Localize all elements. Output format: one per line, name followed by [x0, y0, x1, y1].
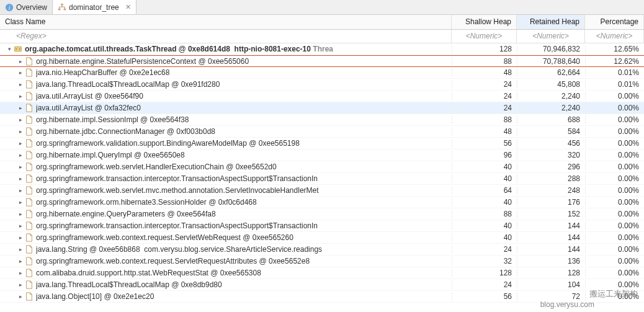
- svg-point-10: [16, 48, 17, 50]
- file-icon: [25, 163, 34, 171]
- table-row[interactable]: ▸org.springframework.web.servlet.Handler…: [0, 161, 644, 173]
- class-name-text: org.springframework.web.servlet.HandlerE…: [36, 163, 277, 171]
- shallow-value: 88: [452, 57, 517, 66]
- expander-icon[interactable]: ▸: [16, 58, 25, 65]
- expander-icon[interactable]: ▸: [16, 246, 25, 252]
- table-row[interactable]: ▸java.lang.ThreadLocal$ThreadLocalMap @ …: [0, 79, 644, 91]
- table-row[interactable]: ▸org.springframework.web.context.request…: [0, 256, 644, 267]
- class-name-text: org.hibernate.impl.SessionImpl @ 0xee564…: [36, 115, 189, 124]
- expander-icon[interactable]: ▸: [16, 105, 25, 111]
- class-name-text: com.alibaba.druid.support.http.stat.WebR…: [36, 269, 261, 277]
- retained-value: 62,664: [517, 68, 585, 77]
- expander-icon[interactable]: ▸: [16, 164, 25, 170]
- expander-icon[interactable]: ▸: [16, 211, 25, 217]
- table-row[interactable]: ▸com.alibaba.druid.support.http.stat.Web…: [0, 267, 644, 279]
- table-header: Class Name Shallow Heap Retained Heap Pe…: [0, 15, 644, 30]
- percent-value: 0.00%: [585, 257, 644, 265]
- table-row[interactable]: ▸org.springframework.web.context.request…: [0, 232, 644, 244]
- shallow-value: 24: [452, 280, 517, 289]
- expander-icon[interactable]: ▸: [16, 93, 25, 99]
- class-name-text: org.hibernate.engine.StatefulPersistence…: [36, 57, 249, 66]
- table-row[interactable]: ▾org.apache.tomcat.util.threads.TaskThre…: [0, 43, 644, 55]
- percent-value: 0.00%: [585, 221, 644, 230]
- class-name-text: org.hibernate.engine.QueryParameters @ 0…: [36, 210, 216, 218]
- percent-value: 0.00%: [585, 174, 644, 183]
- percent-value: 0.00%: [585, 92, 644, 100]
- svg-rect-4: [64, 8, 66, 10]
- retained-value: 70,788,640: [517, 57, 585, 66]
- expander-icon[interactable]: ▸: [16, 258, 25, 264]
- column-header-classname[interactable]: Class Name: [0, 15, 452, 29]
- expander-icon[interactable]: ▸: [16, 187, 25, 194]
- expander-icon[interactable]: ▸: [16, 128, 25, 135]
- expander-icon[interactable]: ▸: [16, 270, 25, 276]
- shallow-value: 48: [452, 68, 517, 77]
- filter-shallow[interactable]: <Numeric>: [452, 30, 517, 43]
- column-header-retained[interactable]: Retained Heap: [517, 15, 585, 29]
- percent-value: 0.00%: [585, 139, 644, 148]
- expander-icon[interactable]: ▸: [16, 81, 25, 87]
- table-row[interactable]: ▸java.lang.ThreadLocal$ThreadLocalMap @ …: [0, 279, 644, 291]
- file-icon: [25, 257, 34, 265]
- file-icon: [25, 280, 34, 289]
- shallow-value: 128: [452, 269, 517, 277]
- retained-value: 152: [517, 210, 585, 218]
- table-row[interactable]: ▸org.springframework.transaction.interce…: [0, 173, 644, 185]
- table-row[interactable]: ▸org.springframework.validation.support.…: [0, 138, 644, 149]
- percent-value: 0.00%: [585, 280, 644, 289]
- expander-icon[interactable]: ▸: [16, 223, 25, 229]
- class-name-text: java.lang.ThreadLocal$ThreadLocalMap @ 0…: [36, 80, 220, 89]
- retained-value: 144: [517, 245, 585, 254]
- percent-value: 0.00%: [585, 151, 644, 159]
- close-icon[interactable]: ✕: [125, 3, 131, 11]
- tab-overview[interactable]: i Overview: [0, 0, 53, 14]
- expander-icon[interactable]: ▸: [16, 234, 25, 241]
- table-row[interactable]: ▸org.hibernate.engine.StatefulPersistenc…: [0, 55, 644, 67]
- expander-icon[interactable]: ▾: [5, 46, 14, 52]
- expander-icon[interactable]: ▸: [16, 282, 25, 288]
- table-row[interactable]: ▸org.springframework.orm.hibernate3.Sess…: [0, 197, 644, 208]
- filter-name[interactable]: <Regex>: [16, 32, 47, 40]
- table-row[interactable]: ▸org.hibernate.jdbc.ConnectionManager @ …: [0, 126, 644, 138]
- column-header-shallow[interactable]: Shallow Heap: [452, 15, 517, 29]
- retained-value: 320: [517, 151, 585, 159]
- column-header-percent[interactable]: Percentage: [585, 15, 644, 29]
- class-name-text: org.hibernate.impl.QueryImpl @ 0xee5650e…: [36, 151, 185, 159]
- retained-value: 176: [517, 198, 585, 207]
- table-row[interactable]: ▸java.util.ArrayList @ 0xee564f90242,240…: [0, 91, 644, 102]
- percent-value: 0.00%: [585, 198, 644, 207]
- class-name-text: java.nio.HeapCharBuffer @ 0xe2e1ec68: [36, 68, 169, 77]
- table-row[interactable]: ▸org.springframework.transaction.interce…: [0, 220, 644, 232]
- expander-icon[interactable]: ▸: [16, 152, 25, 158]
- table-row[interactable]: ▸java.lang.String @ 0xee56b868 com.verys…: [0, 244, 644, 256]
- filter-percent[interactable]: <Numeric>: [585, 30, 644, 43]
- expander-icon[interactable]: ▸: [16, 293, 25, 300]
- file-icon: [25, 198, 34, 207]
- class-name-text: org.springframework.validation.support.B…: [36, 139, 300, 148]
- tab-label: dominator_tree: [69, 3, 119, 12]
- expander-icon[interactable]: ▸: [16, 69, 25, 76]
- thread-icon: [14, 45, 22, 53]
- percent-value: 0.00%: [585, 104, 644, 112]
- filter-retained[interactable]: <Numeric>: [517, 30, 585, 43]
- file-icon: [25, 174, 34, 183]
- tab-dominator-tree[interactable]: dominator_tree ✕: [53, 0, 136, 14]
- expander-icon[interactable]: ▸: [16, 199, 25, 205]
- retained-value: 70,946,832: [517, 45, 585, 53]
- expander-icon[interactable]: ▸: [16, 140, 25, 146]
- shallow-value: 128: [452, 45, 517, 53]
- file-icon: [25, 92, 34, 100]
- table-row[interactable]: ▸java.nio.HeapCharBuffer @ 0xe2e1ec68486…: [0, 67, 644, 79]
- expander-icon[interactable]: ▸: [16, 176, 25, 182]
- class-name-text: org.apache.tomcat.util.threads.TaskThrea…: [25, 45, 333, 53]
- table-row[interactable]: ▸java.lang.Object[10] @ 0xe2e1ec2056720.…: [0, 291, 644, 303]
- table-row[interactable]: ▸java.util.ArrayList @ 0xfa32fec0242,240…: [0, 102, 644, 114]
- file-icon: [25, 139, 34, 148]
- class-name-text: org.springframework.orm.hibernate3.Sessi…: [36, 198, 257, 207]
- expander-icon[interactable]: ▸: [16, 117, 25, 123]
- table-row[interactable]: ▸org.springframework.web.servlet.mvc.met…: [0, 185, 644, 197]
- shallow-value: 24: [452, 92, 517, 100]
- table-row[interactable]: ▸org.hibernate.impl.SessionImpl @ 0xee56…: [0, 114, 644, 126]
- table-row[interactable]: ▸org.hibernate.engine.QueryParameters @ …: [0, 208, 644, 220]
- table-row[interactable]: ▸org.hibernate.impl.QueryImpl @ 0xee5650…: [0, 149, 644, 161]
